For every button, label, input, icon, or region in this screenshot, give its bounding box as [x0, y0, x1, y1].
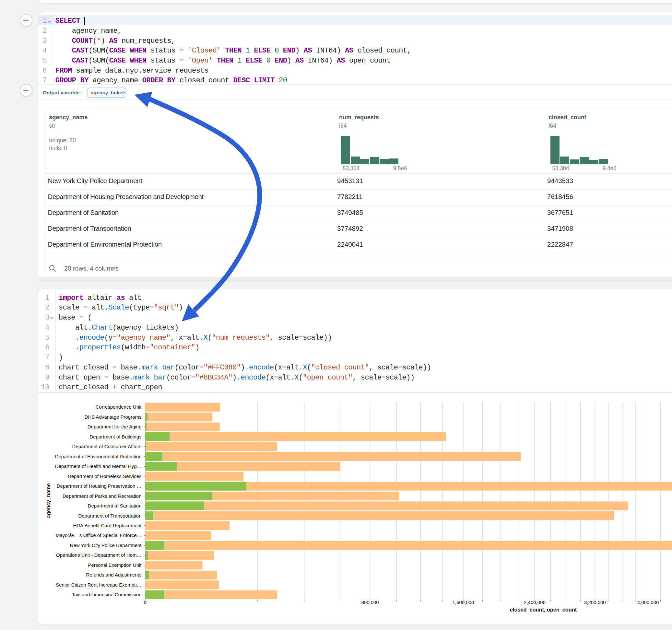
svg-text:2,400,000: 2,400,000	[524, 600, 546, 605]
svg-text:Mayorâ€ s Office of Special En: Mayorâ€ s Office of Special Enforce…	[56, 532, 142, 538]
svg-text:Department of Health and Menta: Department of Health and Mental Hyg…	[55, 463, 142, 469]
svg-text:Department of Transportation: Department of Transportation	[78, 513, 141, 518]
svg-text:Department of Homeless Service: Department of Homeless Services	[68, 474, 142, 479]
svg-text:Refunds and Adjustments: Refunds and Adjustments	[86, 572, 142, 578]
svg-text:Taxi and Limousine Commission: Taxi and Limousine Commission	[72, 592, 141, 597]
svg-text:agency_name: agency_name	[45, 483, 51, 518]
svg-text:1,600,000: 1,600,000	[453, 600, 474, 605]
svg-text:New York City Police Departmen: New York City Police Department	[70, 542, 142, 548]
svg-text:Department for the Aging: Department for the Aging	[88, 424, 142, 429]
svg-text:0: 0	[144, 600, 146, 605]
svg-text:Department of Environmental Pr: Department of Environmental Protection	[55, 454, 142, 459]
svg-text:DHS Advantage Programs: DHS Advantage Programs	[85, 414, 142, 420]
svg-text:Department of Consumer Affairs: Department of Consumer Affairs	[72, 444, 142, 449]
svg-text:Department of Parks and Recrea: Department of Parks and Recreation	[63, 493, 141, 499]
svg-text:closed_count, open_count: closed_count, open_count	[510, 607, 577, 612]
svg-text:Operations Unit - Department o: Operations Unit - Department of Hom…	[56, 552, 141, 558]
svg-text:Correspondence Unit: Correspondence Unit	[96, 404, 142, 410]
svg-text:800,000: 800,000	[361, 600, 379, 605]
svg-text:HRA Benefit Card Replacement: HRA Benefit Card Replacement	[73, 523, 142, 528]
svg-text:4,000,000: 4,000,000	[637, 600, 659, 605]
svg-text:Department of Buildings: Department of Buildings	[90, 434, 141, 439]
svg-text:Department of Housing Preserva: Department of Housing Preservation …	[57, 483, 142, 489]
svg-text:Personal Exemption Unit: Personal Exemption Unit	[88, 562, 142, 568]
svg-text:Department of Sanitation: Department of Sanitation	[88, 503, 142, 508]
svg-text:Senior Citizen Rent Increase E: Senior Citizen Rent Increase Exempti…	[56, 582, 141, 587]
svg-text:3,200,000: 3,200,000	[584, 600, 606, 605]
